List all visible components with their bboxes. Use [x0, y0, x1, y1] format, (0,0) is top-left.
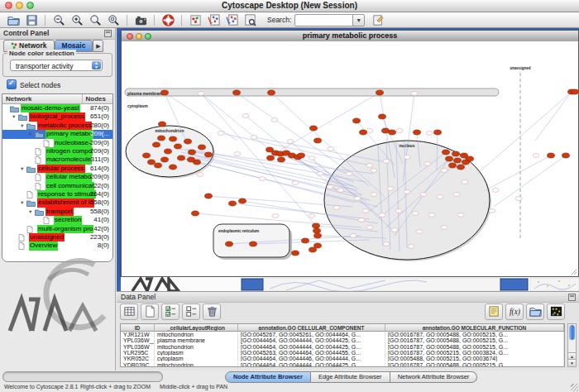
float-panel-icon[interactable] [104, 30, 112, 37]
selected-node[interactable] [360, 130, 367, 135]
canvas-resize-grip[interactable] [572, 270, 577, 275]
selected-node[interactable] [159, 122, 166, 127]
stepper-icon[interactable]: ▲▼ [92, 61, 101, 69]
node[interactable] [492, 189, 499, 193]
toolbar-button-layout[interactable] [186, 13, 204, 27]
node[interactable] [309, 156, 315, 160]
tree-row-nucleobase-[interactable]: nucleobase-209(0) [2, 139, 112, 147]
selected-node[interactable] [467, 156, 474, 161]
search-input[interactable]: ▼ [294, 14, 354, 26]
node[interactable] [412, 212, 419, 216]
toolbar-button-zoom-selected[interactable] [104, 13, 122, 27]
disclosure-arrow-icon[interactable]: ▼ [20, 198, 24, 207]
selected-node[interactable] [382, 128, 390, 133]
node[interactable] [404, 190, 410, 194]
selected-node[interactable] [414, 130, 421, 135]
tree-row-mosaic-demo-yeast[interactable]: mosaic-demo-yeast874(0) [2, 104, 112, 112]
node[interactable] [259, 177, 266, 181]
selected-node[interactable] [189, 150, 196, 155]
toolbar-button-zoom-fit[interactable] [86, 13, 104, 27]
node[interactable] [428, 213, 435, 218]
toolbar-button-save[interactable] [22, 13, 41, 27]
tree-row-secretion[interactable]: secretion41(0) [2, 216, 112, 224]
toolbar-button-annotation-edit[interactable] [369, 13, 387, 27]
disclosure-arrow-icon[interactable]: ▼ [28, 208, 32, 216]
zoom-icon[interactable] [145, 33, 151, 40]
table-row-ypl036w__2[interactable]: YPL036W__2plasma membrane[GO:0044464, GO… [121, 337, 564, 343]
toolbar-button-import-network[interactable] [204, 13, 223, 27]
data-panel-button-attr-table[interactable] [120, 304, 138, 320]
node[interactable] [387, 187, 394, 191]
selected-node[interactable] [302, 238, 309, 243]
data-panel-button-open-attr[interactable] [526, 304, 544, 320]
tab-node-attribute-browser[interactable]: Node Attribute Browser [225, 371, 311, 383]
tree-row-multi-organism-pro[interactable]: multi-organism pro42(0) [2, 225, 112, 233]
data-panel-button-matrix[interactable] [547, 304, 565, 320]
data-panel-button-function[interactable]: f(x) [505, 304, 524, 320]
selected-node[interactable] [548, 153, 555, 158]
selected-node[interactable] [314, 138, 322, 143]
disclosure-arrow-icon[interactable]: ▼ [20, 122, 24, 130]
selected-node[interactable] [353, 118, 361, 123]
column-header-3[interactable]: annotation.GO MOLECULAR_FUNCTION [385, 324, 564, 332]
selected-node[interactable] [161, 157, 169, 162]
node[interactable] [395, 209, 402, 213]
node[interactable] [346, 172, 352, 176]
selected-node[interactable] [434, 130, 442, 135]
tree-row-biological-process[interactable]: ▼biological_process651(0) [2, 112, 112, 121]
selected-node[interactable] [278, 157, 285, 162]
toolbar-button-open[interactable] [4, 13, 22, 27]
selected-node[interactable] [178, 155, 185, 160]
selected-node[interactable] [443, 150, 450, 155]
tree-row-cellular-process[interactable]: ▼cellular process614(0) [2, 165, 112, 173]
node[interactable] [453, 193, 460, 197]
node[interactable] [371, 193, 377, 197]
node[interactable] [354, 197, 361, 201]
node[interactable] [416, 230, 423, 234]
selected-node[interactable] [188, 157, 195, 162]
node[interactable] [533, 154, 539, 158]
tree-row-metabolic-process[interactable]: ▼metabolic process280(0) [2, 122, 112, 130]
selected-node[interactable] [233, 90, 241, 95]
selected-node[interactable] [572, 89, 579, 94]
table-row-ydr039c__1[interactable]: YDR039C__1mitochondrion[GO:0044464, GO:0… [121, 362, 564, 368]
node[interactable] [441, 226, 447, 230]
selected-node[interactable] [170, 136, 177, 141]
toolbar-button-snapshot[interactable] [132, 13, 150, 27]
selected-node[interactable] [205, 152, 213, 157]
node[interactable] [383, 242, 390, 246]
node[interactable] [424, 162, 431, 166]
selected-node[interactable] [170, 165, 177, 170]
node[interactable] [426, 131, 433, 136]
table-row-ykr052c[interactable]: YKR052Ccytoplasm[GO:0044464, GO:0044446,… [121, 356, 564, 361]
node[interactable] [309, 214, 315, 218]
attribute-table[interactable]: ID_cellularLayoutRegionannotation.GO CEL… [120, 323, 565, 367]
minimize-icon[interactable] [136, 33, 142, 40]
tree-row-nitrogen-compo[interactable]: nitrogen compo209(0) [2, 147, 112, 155]
selected-node[interactable] [165, 149, 172, 154]
tree-row-primary-metabo[interactable]: ▼primary metabo209(... [2, 130, 112, 138]
tab-network-attribute-browser[interactable]: Network Attribute Browser [390, 371, 478, 383]
node[interactable] [337, 189, 344, 193]
selected-node[interactable] [446, 156, 453, 161]
node[interactable] [271, 118, 278, 122]
disclosure-arrow-icon[interactable]: ▼ [12, 112, 16, 121]
node[interactable] [411, 92, 418, 96]
selected-node[interactable] [309, 247, 317, 252]
node[interactable] [251, 136, 257, 140]
scroll-down-icon[interactable]: ▼ [568, 359, 576, 366]
selected-node[interactable] [298, 153, 305, 158]
node[interactable] [333, 206, 340, 210]
node[interactable] [242, 114, 249, 118]
node[interactable] [287, 140, 294, 144]
tree-row-transport[interactable]: ▼transport558(0) [2, 208, 112, 216]
selected-node[interactable] [148, 160, 156, 165]
selected-node[interactable] [229, 201, 237, 206]
selected-node[interactable] [192, 211, 199, 216]
node[interactable] [366, 129, 373, 133]
node[interactable] [350, 234, 356, 238]
selected-node[interactable] [379, 114, 386, 119]
node[interactable] [328, 147, 334, 151]
selected-node[interactable] [239, 198, 246, 203]
selected-node[interactable] [314, 233, 322, 238]
